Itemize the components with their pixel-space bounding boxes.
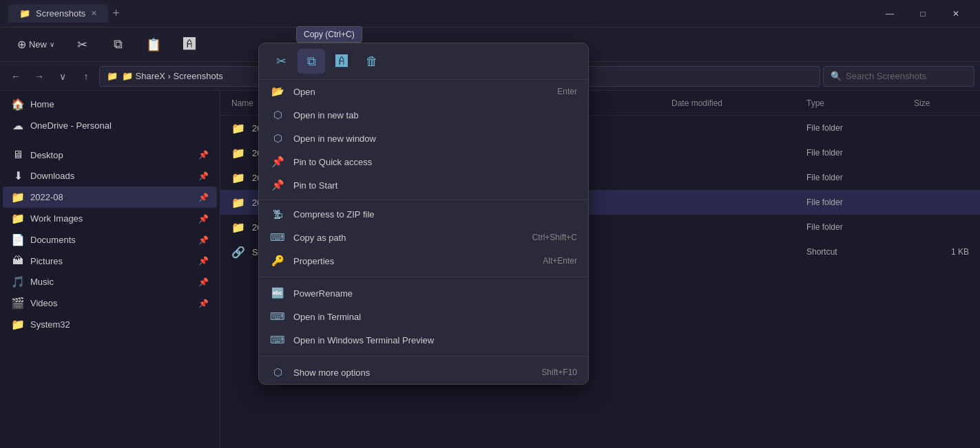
dropdown-button[interactable]: ∨ xyxy=(52,66,73,87)
ctx-copy-icon: ⧉ xyxy=(307,54,316,69)
ctx-item-open-terminal[interactable]: ⌨ Open in Terminal xyxy=(259,305,588,328)
sidebar-system32-label: System32 xyxy=(30,319,70,330)
ctx-properties-shortcut: Alt+Enter xyxy=(543,256,577,266)
ctx-item-open-new-tab[interactable]: ⬡ Open in new tab xyxy=(259,103,588,127)
sidebar-onedrive-label: OneDrive - Personal xyxy=(30,120,112,131)
ctx-open-icon: 📂 xyxy=(270,85,285,98)
ctx-rename-button[interactable]: 🅰 xyxy=(328,49,355,74)
col-type-header: Type xyxy=(806,98,903,108)
sidebar-desktop-label: Desktop xyxy=(30,150,63,160)
tab-screenshots[interactable]: 📁 Screenshots ✕ xyxy=(8,4,108,23)
ctx-pin-quick-icon: 📌 xyxy=(270,156,285,168)
music-icon: 🎵 xyxy=(11,275,25,288)
shortcut-icon: 🔗 xyxy=(231,246,245,259)
ctx-item-compress[interactable]: 🗜 Compress to ZIP file xyxy=(259,203,588,226)
ctx-item-pin-quick[interactable]: 📌 Pin to Quick access xyxy=(259,150,588,173)
new-tab-button[interactable]: + xyxy=(112,6,120,21)
search-placeholder: Search Screenshots xyxy=(846,71,926,81)
desktop-pin-icon: 📌 xyxy=(198,150,209,160)
ctx-open-shortcut: Enter xyxy=(557,87,577,96)
ctx-item-power-rename[interactable]: 🔤 PowerRename xyxy=(259,281,588,305)
sidebar-2022-label: 2022-08 xyxy=(30,192,63,202)
sidebar-music-label: Music xyxy=(30,277,54,287)
desktop-icon: 🖥 xyxy=(11,149,25,161)
ctx-separator-1 xyxy=(259,200,588,200)
music-pin-icon: 📌 xyxy=(198,277,209,287)
ctx-copy-path-icon: ⌨ xyxy=(270,231,285,244)
file-type: Shortcut xyxy=(806,247,903,257)
downloads-pin-icon: 📌 xyxy=(198,171,209,181)
ctx-show-more-icon: ⬡ xyxy=(270,366,285,378)
ctx-cut-button[interactable]: ✂ xyxy=(267,49,295,74)
ctx-section-sep-2 xyxy=(259,356,588,356)
sidebar-item-2022-08[interactable]: 📁 2022-08 📌 xyxy=(3,186,217,208)
ctx-compress-icon: 🗜 xyxy=(270,209,285,220)
ctx-properties-label: Properties xyxy=(293,256,534,266)
ctx-item-show-more[interactable]: ⬡ Show more options Shift+F10 xyxy=(259,361,588,384)
ctx-item-copy-path[interactable]: ⌨ Copy as path Ctrl+Shift+C xyxy=(259,226,588,249)
ctx-item-pin-start[interactable]: 📌 Pin to Start xyxy=(259,173,588,197)
ctx-copy-button[interactable]: ⧉ xyxy=(298,49,325,74)
search-bar[interactable]: 🔍 Search Screenshots xyxy=(823,66,974,87)
ctx-open-window-label: Open in new window xyxy=(293,134,569,144)
file-size: 1 KB xyxy=(914,247,969,257)
sidebar-item-pictures[interactable]: 🏔 Pictures 📌 xyxy=(3,250,217,271)
system32-icon: 📁 xyxy=(11,318,25,331)
sidebar-pictures-label: Pictures xyxy=(30,256,63,266)
breadcrumb-folder-icon: 📁 xyxy=(107,71,118,81)
ctx-item-properties[interactable]: 🔑 Properties Alt+Enter xyxy=(259,249,588,273)
new-button[interactable]: ⊕ New ∨ xyxy=(8,30,63,60)
minimize-button[interactable]: — xyxy=(874,3,906,25)
sidebar-home-label: Home xyxy=(30,99,54,109)
folder-icon: 📁 xyxy=(231,196,245,209)
ctx-section-sep-1 xyxy=(259,277,588,277)
tab-folder-icon: 📁 xyxy=(19,8,30,19)
new-icon: ⊕ xyxy=(17,38,26,51)
back-button[interactable]: ← xyxy=(6,66,26,87)
sidebar-item-work-images[interactable]: 📁 Work Images 📌 xyxy=(3,208,217,229)
sidebar-documents-label: Documents xyxy=(30,235,76,245)
work-images-pin-icon: 📌 xyxy=(198,214,209,224)
sidebar-item-home[interactable]: 🏠 Home xyxy=(3,94,217,115)
ctx-delete-button[interactable]: 🗑 xyxy=(358,49,386,74)
ctx-pin-start-label: Pin to Start xyxy=(293,180,577,191)
col-date-header: Date modified xyxy=(671,98,795,108)
sidebar-item-desktop[interactable]: 🖥 Desktop 📌 xyxy=(3,145,217,165)
ctx-terminal-icon: ⌨ xyxy=(270,310,285,323)
sidebar-item-videos[interactable]: 🎬 Videos 📌 xyxy=(3,292,217,314)
ctx-copy-path-label: Copy as path xyxy=(293,233,524,243)
sidebar-item-system32[interactable]: 📁 System32 xyxy=(3,314,217,335)
ctx-item-open-new-window[interactable]: ⬡ Open in new window xyxy=(259,127,588,150)
cut-button[interactable]: ✂ xyxy=(65,30,99,60)
ctx-open-label: Open xyxy=(293,87,549,97)
copy-button[interactable]: ⧉ xyxy=(101,30,135,60)
ctx-item-open[interactable]: 📂 Open Enter xyxy=(259,80,588,103)
pictures-icon: 🏔 xyxy=(11,255,25,267)
close-button[interactable]: ✕ xyxy=(940,3,972,25)
sidebar-item-documents[interactable]: 📄 Documents 📌 xyxy=(3,229,217,250)
context-menu-toolbar: ✂ ⧉ 🅰 🗑 xyxy=(259,43,588,80)
ctx-cut-icon: ✂ xyxy=(276,54,286,69)
ctx-item-open-terminal-preview[interactable]: ⌨ Open in Windows Terminal Preview xyxy=(259,328,588,352)
cut-icon: ✂ xyxy=(77,37,87,52)
forward-button[interactable]: → xyxy=(29,66,50,87)
folder-icon: 📁 xyxy=(231,147,245,160)
file-type: File folder xyxy=(806,222,903,232)
rename-button[interactable]: 🅰 xyxy=(172,30,207,60)
ctx-delete-icon: 🗑 xyxy=(366,54,378,69)
sidebar-item-downloads[interactable]: ⬇ Downloads 📌 xyxy=(3,165,217,186)
sidebar-item-onedrive[interactable]: ☁ OneDrive - Personal xyxy=(3,115,217,136)
paste-button[interactable]: 📋 xyxy=(136,30,171,60)
maximize-button[interactable]: □ xyxy=(907,3,939,25)
file-type: File folder xyxy=(806,123,903,133)
ctx-power-rename-icon: 🔤 xyxy=(270,287,285,299)
up-button[interactable]: ↑ xyxy=(76,66,96,87)
tab-close-button[interactable]: ✕ xyxy=(91,9,97,18)
documents-pin-icon: 📌 xyxy=(198,235,209,245)
file-type: File folder xyxy=(806,148,903,158)
ctx-power-rename-label: PowerRename xyxy=(293,288,577,299)
breadcrumb: 📁 ShareX › Screenshots xyxy=(122,71,223,81)
col-size-header: Size xyxy=(914,98,969,108)
downloads-icon: ⬇ xyxy=(11,169,25,182)
sidebar-item-music[interactable]: 🎵 Music 📌 xyxy=(3,271,217,292)
